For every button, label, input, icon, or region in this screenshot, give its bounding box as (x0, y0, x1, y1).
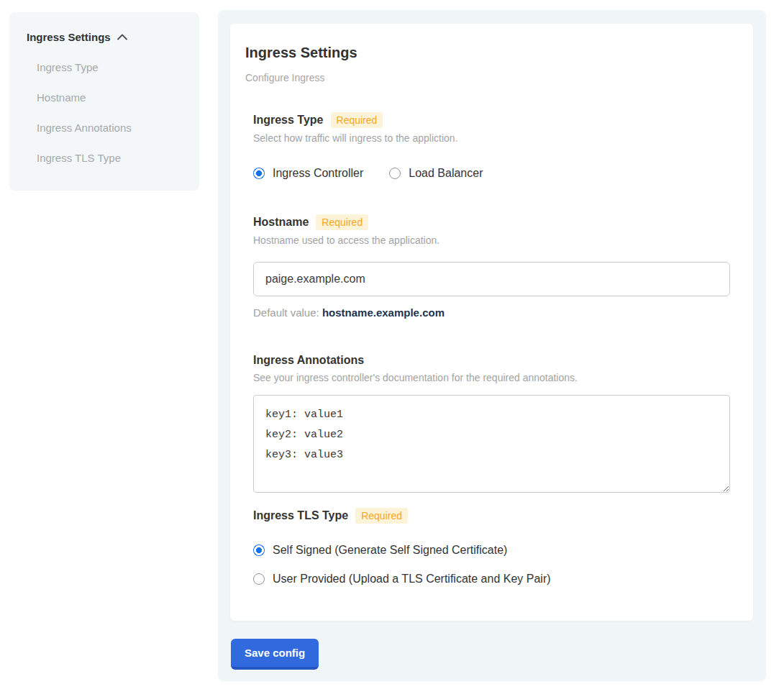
section-hostname-head: Hostname Required (253, 214, 735, 230)
ingress-annotations-textarea[interactable]: key1: value1 key2: value2 key3: value3 (253, 395, 730, 493)
radio-option-ingress-controller[interactable]: Ingress Controller (253, 167, 363, 180)
section-help-text: Select how traffic will ingress to the a… (253, 132, 735, 144)
hostname-default-value: Default value: hostname.example.com (253, 306, 735, 319)
page-title: Ingress Settings (245, 44, 735, 61)
page-subtitle: Configure Ingress (245, 72, 735, 83)
sidebar-group-ingress-settings[interactable]: Ingress Settings (27, 31, 185, 43)
radio-selected-icon[interactable] (253, 545, 265, 556)
section-hostname: Hostname Required Hostname used to acces… (253, 214, 735, 319)
section-ingress-tls-type: Ingress TLS Type Required Self Signed (G… (253, 508, 735, 586)
section-label: Ingress TLS Type (253, 509, 348, 523)
radio-option-label[interactable]: Ingress Controller (273, 167, 363, 180)
section-ingress-type-head: Ingress Type Required (253, 112, 735, 128)
default-value-label: Default value: (253, 306, 319, 319)
radio-option-user-provided[interactable]: User Provided (Upload a TLS Certificate … (253, 573, 735, 586)
sidebar-item-ingress-annotations[interactable]: Ingress Annotations (37, 122, 185, 134)
radio-option-self-signed[interactable]: Self Signed (Generate Self Signed Certif… (253, 544, 735, 557)
sidebar-group-label: Ingress Settings (27, 31, 111, 43)
sidebar-item-ingress-tls-type[interactable]: Ingress TLS Type (37, 152, 185, 164)
section-help-text: See your ingress controller's documentat… (253, 372, 735, 383)
sidebar-item-ingress-type[interactable]: Ingress Type (37, 61, 185, 73)
radio-option-load-balancer[interactable]: Load Balancer (389, 167, 483, 180)
required-badge: Required (331, 112, 383, 128)
section-ingress-type: Ingress Type Required Select how traffic… (253, 112, 735, 180)
section-label: Hostname (253, 215, 309, 229)
config-nav-sidebar: Ingress Settings Ingress Type Hostname I… (9, 12, 199, 191)
ingress-type-radio-group: Ingress Controller Load Balancer (253, 167, 735, 180)
required-badge: Required (355, 508, 408, 524)
radio-unselected-icon[interactable] (389, 168, 401, 179)
config-panel: Ingress Settings Configure Ingress Ingre… (218, 10, 766, 681)
section-ingress-tls-type-head: Ingress TLS Type Required (253, 508, 735, 524)
section-label: Ingress Type (253, 113, 324, 127)
required-badge: Required (316, 214, 368, 230)
ingress-tls-type-radio-group: Self Signed (Generate Self Signed Certif… (253, 544, 735, 586)
form-sections: Ingress Type Required Select how traffic… (253, 112, 735, 586)
section-ingress-annotations-head: Ingress Annotations (253, 353, 735, 368)
section-ingress-annotations: Ingress Annotations See your ingress con… (253, 353, 735, 493)
section-help-text: Hostname used to access the application. (253, 234, 735, 246)
hostname-input[interactable] (253, 262, 730, 296)
radio-unselected-icon[interactable] (253, 573, 265, 585)
section-label: Ingress Annotations (253, 353, 364, 368)
sidebar-item-hostname[interactable]: Hostname (37, 91, 185, 104)
save-config-button[interactable]: Save config (231, 639, 319, 670)
chevron-up-icon (117, 34, 127, 40)
ingress-settings-card: Ingress Settings Configure Ingress Ingre… (230, 24, 753, 621)
radio-option-label[interactable]: Self Signed (Generate Self Signed Certif… (273, 544, 507, 557)
radio-option-label[interactable]: User Provided (Upload a TLS Certificate … (273, 573, 551, 586)
radio-selected-icon[interactable] (253, 168, 265, 179)
radio-option-label[interactable]: Load Balancer (409, 167, 483, 180)
default-value-text: hostname.example.com (322, 306, 445, 319)
